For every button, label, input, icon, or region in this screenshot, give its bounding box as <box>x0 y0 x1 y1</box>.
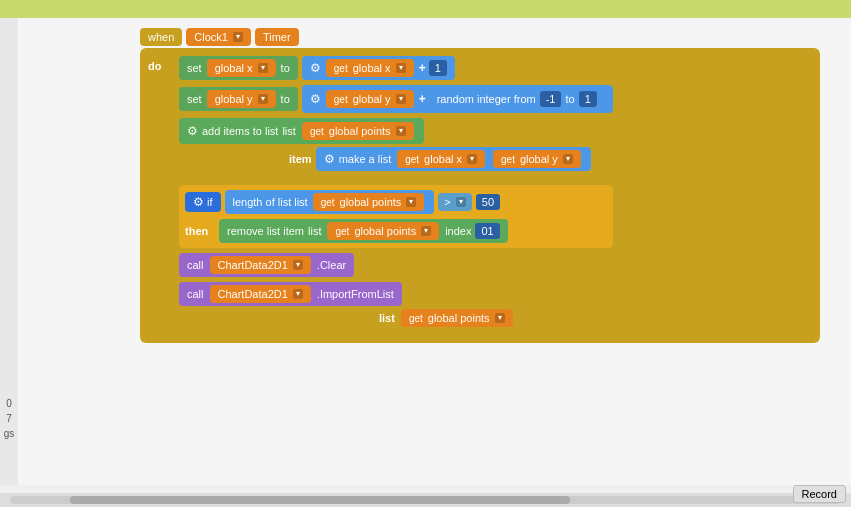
top-bar <box>0 0 851 18</box>
call-import-row: call ChartData2D1 ▾ .ImportFromList <box>179 282 613 306</box>
length-points-dropdown[interactable]: get global points ▾ <box>313 193 425 211</box>
remove-block[interactable]: remove list item list get global points … <box>219 219 508 243</box>
when-label: when <box>148 31 174 43</box>
do-inner: set global x ▾ to ⚙ get global x <box>179 56 613 327</box>
num-minus1[interactable]: -1 <box>540 91 562 107</box>
if-block-outer: ⚙ if length of list list get global poin… <box>179 185 613 248</box>
left-number2: 7 <box>6 413 12 424</box>
gear-icon-y: ⚙ <box>310 92 321 106</box>
gt-arrow[interactable]: ▾ <box>456 197 466 207</box>
if-block[interactable]: ⚙ if <box>185 192 221 212</box>
remove-points-arrow[interactable]: ▾ <box>421 226 431 236</box>
get-global-y-block[interactable]: get global y ▾ <box>326 90 414 108</box>
set-x-block[interactable]: set global x ▾ to <box>179 56 298 80</box>
global-y-arrow[interactable]: ▾ <box>258 94 268 104</box>
blocks-workspace: when Clock1 ▾ Timer do set <box>140 28 820 343</box>
get-x-arrow[interactable]: ▾ <box>396 63 406 73</box>
left-number: 0 <box>6 398 12 409</box>
global-points-dropdown[interactable]: get global points ▾ <box>302 122 414 140</box>
outer-container: do set global x ▾ to ⚙ <box>140 48 820 343</box>
points-arrow[interactable]: ▾ <box>396 126 406 136</box>
clock1-block[interactable]: Clock1 ▾ <box>186 28 251 46</box>
make-list-y[interactable]: get global y ▾ <box>493 150 581 168</box>
then-section: then remove list item list get global po… <box>185 219 607 243</box>
set-y-block[interactable]: set global y ▾ to <box>179 87 298 111</box>
item-label: item <box>289 153 312 165</box>
item-row: item ⚙ make a list get global x ▾ <box>289 147 613 171</box>
global-x-arrow[interactable]: ▾ <box>258 63 268 73</box>
get-global-x-block[interactable]: get global x ▾ <box>326 59 414 77</box>
num-one2[interactable]: 1 <box>579 91 597 107</box>
then-label: then <box>185 225 215 237</box>
random-block[interactable]: random integer from -1 to 1 <box>429 88 605 110</box>
import-points-arrow[interactable]: ▾ <box>495 313 505 323</box>
global-x-dropdown[interactable]: global x ▾ <box>207 59 276 77</box>
make-y-arrow[interactable]: ▾ <box>563 154 573 164</box>
gear-icon-add: ⚙ <box>187 124 198 138</box>
make-x-arrow[interactable]: ▾ <box>467 154 477 164</box>
length-points-arrow[interactable]: ▾ <box>406 197 416 207</box>
remove-points-dropdown[interactable]: get global points ▾ <box>327 222 439 240</box>
when-block[interactable]: when <box>140 28 182 46</box>
gt-block[interactable]: > ▾ <box>438 193 471 211</box>
do-section: do set global x ▾ to ⚙ <box>148 56 812 327</box>
gear-icon-make: ⚙ <box>324 152 335 166</box>
call-clear-block[interactable]: call ChartData2D1 ▾ .Clear <box>179 253 354 277</box>
add-items-row: ⚙ add items to list list get global poin… <box>179 118 613 144</box>
gear-icon-if: ⚙ <box>193 195 204 209</box>
add-items-section: ⚙ add items to list list get global poin… <box>179 118 613 171</box>
record-button[interactable]: Record <box>793 485 846 503</box>
num-fifty[interactable]: 50 <box>476 194 500 210</box>
set-x-row: set global x ▾ to ⚙ get global x <box>179 56 613 80</box>
set-y-row: set global y ▾ to ⚙ get global y <box>179 85 613 113</box>
make-list-block[interactable]: ⚙ make a list get global x ▾ get global … <box>316 147 591 171</box>
scrollbar-thumb[interactable] <box>70 496 570 504</box>
chart-data-arrow[interactable]: ▾ <box>293 260 303 270</box>
scrollbar-track[interactable] <box>10 496 841 504</box>
when-timer-row: when Clock1 ▾ Timer <box>140 28 820 46</box>
bottom-scrollbar <box>0 493 851 507</box>
num-zero1[interactable]: 01 <box>475 223 499 239</box>
get-y-plus-block[interactable]: ⚙ get global y ▾ + random integer from -… <box>302 85 613 113</box>
do-label: do <box>148 60 173 72</box>
chart-data2-dropdown[interactable]: ChartData2D1 ▾ <box>210 285 311 303</box>
call-import-block[interactable]: call ChartData2D1 ▾ .ImportFromList <box>179 282 402 306</box>
canvas-area: 0 7 gs when Clock1 ▾ Timer do <box>0 18 851 485</box>
call-clear-row: call ChartData2D1 ▾ .Clear <box>179 253 613 277</box>
spacer1 <box>179 176 613 180</box>
left-panel: 0 7 gs <box>0 18 18 485</box>
import-list-row: list get global points ▾ <box>379 309 613 327</box>
chart-data2-arrow[interactable]: ▾ <box>293 289 303 299</box>
timer-block[interactable]: Timer <box>255 28 299 46</box>
add-items-block[interactable]: ⚙ add items to list list get global poin… <box>179 118 424 144</box>
if-header-row: ⚙ if length of list list get global poin… <box>185 190 607 214</box>
call-import-section: call ChartData2D1 ▾ .ImportFromList list <box>179 282 613 327</box>
make-list-x[interactable]: get global x ▾ <box>397 150 485 168</box>
gear-icon-x: ⚙ <box>310 61 321 75</box>
get-x-plus-block[interactable]: ⚙ get global x ▾ + 1 <box>302 56 455 80</box>
left-label: gs <box>4 428 15 439</box>
length-of-list-block[interactable]: length of list list get global points ▾ <box>225 190 435 214</box>
list4-label: list <box>379 312 395 324</box>
clock1-dropdown[interactable]: ▾ <box>233 32 243 42</box>
num-one[interactable]: 1 <box>429 60 447 76</box>
chart-data-dropdown[interactable]: ChartData2D1 ▾ <box>210 256 311 274</box>
global-y-dropdown[interactable]: global y ▾ <box>207 90 276 108</box>
import-points-dropdown[interactable]: get global points ▾ <box>401 309 513 327</box>
get-y-arrow[interactable]: ▾ <box>396 94 406 104</box>
